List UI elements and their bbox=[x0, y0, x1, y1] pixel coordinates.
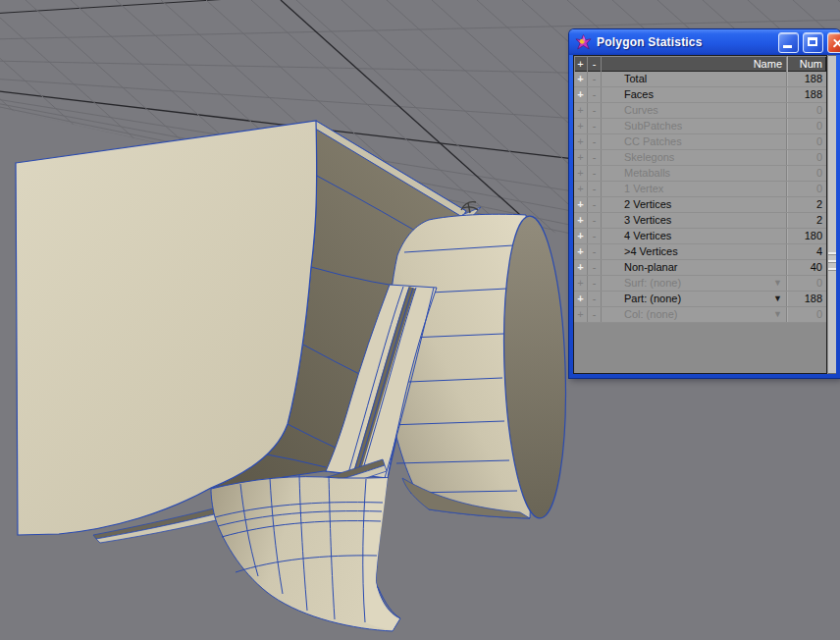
stat-name: Part: (none) bbox=[624, 293, 681, 304]
window-controls bbox=[569, 32, 840, 53]
select-plus-button[interactable]: + bbox=[574, 260, 588, 275]
stat-name: Metaballs bbox=[624, 167, 670, 179]
select-plus-button[interactable]: + bbox=[574, 182, 588, 196]
deselect-minus-button[interactable]: - bbox=[588, 260, 602, 275]
panel-content: + - Name Num + - Total 188 + - Faces 188… bbox=[573, 55, 836, 374]
stat-rows: + - Total 188 + - Faces 188 + - Curves 0… bbox=[574, 72, 826, 323]
stat-row[interactable]: + - SubPatches 0 bbox=[574, 119, 826, 134]
stat-row[interactable]: + - Curves 0 bbox=[574, 103, 826, 119]
close-icon bbox=[828, 33, 840, 52]
stat-row[interactable]: + - 4 Vertices 180 bbox=[574, 229, 826, 244]
dropdown-arrow-icon[interactable]: ▼ bbox=[773, 276, 782, 291]
stat-count: 188 bbox=[786, 72, 826, 86]
stat-name: Faces bbox=[624, 88, 654, 100]
select-plus-button[interactable]: + bbox=[574, 307, 588, 322]
deselect-minus-button[interactable]: - bbox=[588, 87, 602, 102]
minimize-icon bbox=[783, 45, 792, 48]
maximize-icon bbox=[808, 37, 817, 46]
deselect-minus-button[interactable]: - bbox=[588, 119, 602, 133]
stat-row[interactable]: + - >4 Vertices 4 bbox=[574, 244, 826, 260]
stat-name: 4 Vertices bbox=[624, 230, 671, 241]
stat-row[interactable]: + - Surf: (none)▼ 0 bbox=[574, 276, 826, 292]
stat-row[interactable]: + - 1 Vertex 0 bbox=[574, 182, 826, 197]
select-plus-button[interactable]: + bbox=[574, 292, 588, 306]
stat-name: Curves bbox=[624, 104, 658, 116]
stat-name: Skelegons bbox=[624, 151, 674, 163]
stat-count: 180 bbox=[786, 229, 826, 243]
statistics-table: + - Name Num + - Total 188 + - Faces 188… bbox=[573, 55, 827, 374]
deselect-minus-button[interactable]: - bbox=[588, 292, 602, 306]
select-plus-button[interactable]: + bbox=[574, 197, 588, 212]
select-plus-button[interactable]: + bbox=[574, 166, 588, 181]
deselect-minus-button[interactable]: - bbox=[588, 103, 602, 118]
stat-count: 2 bbox=[786, 213, 826, 228]
stat-count: 188 bbox=[786, 87, 826, 102]
stat-count: 0 bbox=[786, 150, 826, 165]
stat-count: 0 bbox=[786, 166, 826, 181]
modeler-viewport[interactable]: Polygon Statistics + - Name Num + - Tota… bbox=[0, 0, 840, 640]
deselect-minus-button[interactable]: - bbox=[588, 150, 602, 165]
stat-row[interactable]: + - Metaballs 0 bbox=[574, 166, 826, 182]
stat-count: 0 bbox=[786, 182, 826, 196]
deselect-minus-button[interactable]: - bbox=[588, 72, 602, 86]
scrollbar-grip[interactable] bbox=[828, 252, 836, 276]
select-plus-button[interactable]: + bbox=[574, 72, 588, 86]
header-minus-column: - bbox=[588, 56, 602, 72]
stat-count: 0 bbox=[786, 119, 826, 133]
stat-name: SubPatches bbox=[624, 120, 682, 132]
stat-row[interactable]: + - Faces 188 bbox=[574, 87, 826, 103]
stat-name: Surf: (none) bbox=[624, 277, 681, 289]
select-plus-button[interactable]: + bbox=[574, 103, 588, 118]
select-plus-button[interactable]: + bbox=[574, 87, 588, 102]
deselect-minus-button[interactable]: - bbox=[588, 276, 602, 291]
table-empty-area bbox=[574, 323, 826, 373]
stat-row[interactable]: + - Total 188 bbox=[574, 72, 826, 87]
select-plus-button[interactable]: + bbox=[574, 244, 588, 259]
scrollbar[interactable] bbox=[828, 55, 836, 374]
stat-row[interactable]: + - CC Patches 0 bbox=[574, 134, 826, 150]
header-num-column: Num bbox=[786, 56, 826, 72]
select-plus-button[interactable]: + bbox=[574, 119, 588, 133]
stat-name: 3 Vertices bbox=[624, 214, 671, 226]
select-plus-button[interactable]: + bbox=[574, 229, 588, 243]
deselect-minus-button[interactable]: - bbox=[588, 229, 602, 243]
deselect-minus-button[interactable]: - bbox=[588, 182, 602, 196]
stat-count: 0 bbox=[786, 103, 826, 118]
select-plus-button[interactable]: + bbox=[574, 150, 588, 165]
header-name-column: Name bbox=[602, 56, 786, 72]
stat-count: 0 bbox=[786, 307, 826, 322]
select-plus-button[interactable]: + bbox=[574, 276, 588, 291]
deselect-minus-button[interactable]: - bbox=[588, 197, 602, 212]
stat-row[interactable]: + - Col: (none)▼ 0 bbox=[574, 307, 826, 323]
stat-name: >4 Vertices bbox=[624, 245, 678, 257]
header-plus-column: + bbox=[574, 56, 588, 72]
deselect-minus-button[interactable]: - bbox=[588, 213, 602, 228]
stat-count: 188 bbox=[786, 292, 826, 306]
stat-count: 0 bbox=[786, 134, 826, 149]
titlebar[interactable]: Polygon Statistics bbox=[569, 29, 840, 55]
stat-row[interactable]: + - Non-planar 40 bbox=[574, 260, 826, 276]
stat-row[interactable]: + - 3 Vertices 2 bbox=[574, 213, 826, 229]
deselect-minus-button[interactable]: - bbox=[588, 307, 602, 322]
table-header: + - Name Num bbox=[574, 56, 826, 72]
dropdown-arrow-icon[interactable]: ▼ bbox=[773, 292, 782, 306]
stat-row[interactable]: + - Skelegons 0 bbox=[574, 150, 826, 166]
stat-count: 4 bbox=[786, 244, 826, 259]
deselect-minus-button[interactable]: - bbox=[588, 166, 602, 181]
stat-name: 2 Vertices bbox=[624, 198, 671, 210]
stat-count: 0 bbox=[786, 276, 826, 291]
select-plus-button[interactable]: + bbox=[574, 134, 588, 149]
minimize-button[interactable] bbox=[778, 32, 799, 53]
stat-row[interactable]: + - 2 Vertices 2 bbox=[574, 197, 826, 213]
maximize-button[interactable] bbox=[803, 32, 823, 53]
stat-name: Total bbox=[624, 73, 647, 84]
stat-count: 40 bbox=[786, 260, 826, 275]
stat-row[interactable]: + - Part: (none)▼ 188 bbox=[574, 292, 826, 307]
deselect-minus-button[interactable]: - bbox=[588, 244, 602, 259]
stat-name: Col: (none) bbox=[624, 308, 677, 320]
dropdown-arrow-icon[interactable]: ▼ bbox=[773, 307, 782, 322]
close-button[interactable] bbox=[827, 32, 840, 53]
select-plus-button[interactable]: + bbox=[574, 213, 588, 228]
stat-count: 2 bbox=[786, 197, 826, 212]
deselect-minus-button[interactable]: - bbox=[588, 134, 602, 149]
